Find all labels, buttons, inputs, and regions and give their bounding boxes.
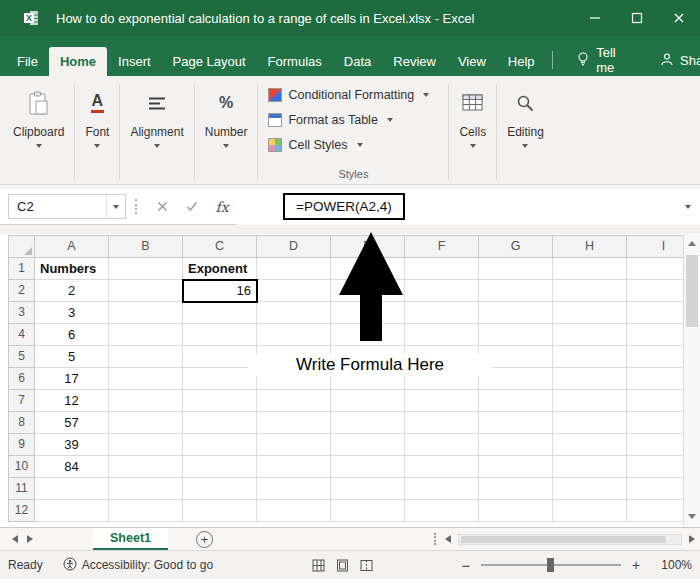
cell-B11[interactable] xyxy=(109,478,183,500)
page-break-view-icon[interactable] xyxy=(360,559,373,572)
cell-H8[interactable] xyxy=(553,412,627,434)
tab-help[interactable]: Help xyxy=(497,47,546,76)
maximize-button[interactable] xyxy=(616,0,658,36)
name-box[interactable]: C2 xyxy=(8,194,126,219)
cell-F8[interactable] xyxy=(405,412,479,434)
cell-A9[interactable]: 39 xyxy=(35,434,109,456)
row-header-9[interactable]: 9 xyxy=(9,434,35,456)
cell-C12[interactable] xyxy=(183,500,257,522)
cell-B6[interactable] xyxy=(109,368,183,390)
cell-E4[interactable] xyxy=(331,324,405,346)
cell-A1[interactable]: Numbers xyxy=(35,258,109,280)
row-header-8[interactable]: 8 xyxy=(9,412,35,434)
cell-C6[interactable] xyxy=(183,368,257,390)
font-group-button[interactable]: A Font xyxy=(76,80,118,184)
close-button[interactable] xyxy=(658,0,700,36)
cell-F11[interactable] xyxy=(405,478,479,500)
cell-F2[interactable] xyxy=(405,280,479,302)
cell-A3[interactable]: 3 xyxy=(35,302,109,324)
cell-G4[interactable] xyxy=(479,324,553,346)
tell-me-button[interactable]: Tell me xyxy=(568,45,624,75)
cell-C3[interactable] xyxy=(183,302,257,324)
tab-view[interactable]: View xyxy=(447,47,497,76)
cell-E7[interactable] xyxy=(331,390,405,412)
cell-D11[interactable] xyxy=(257,478,331,500)
scroll-left-icon[interactable] xyxy=(445,535,451,543)
cell-A10[interactable]: 84 xyxy=(35,456,109,478)
cell-A11[interactable] xyxy=(35,478,109,500)
tab-page-layout[interactable]: Page Layout xyxy=(162,47,257,76)
tab-home[interactable]: Home xyxy=(49,47,107,76)
sheet-nav-right-icon[interactable] xyxy=(27,535,33,543)
cell-A5[interactable]: 5 xyxy=(35,346,109,368)
cell-D9[interactable] xyxy=(257,434,331,456)
styles-item-format-as-table[interactable]: Format as Table xyxy=(263,107,443,132)
row-header-4[interactable]: 4 xyxy=(9,324,35,346)
col-header-B[interactable]: B xyxy=(109,236,183,258)
sheet-nav-left-icon[interactable] xyxy=(12,535,18,543)
cell-D8[interactable] xyxy=(257,412,331,434)
cell-D2[interactable] xyxy=(257,280,331,302)
enter-icon[interactable] xyxy=(177,199,207,215)
cell-A6[interactable]: 17 xyxy=(35,368,109,390)
cell-F10[interactable] xyxy=(405,456,479,478)
cell-C9[interactable] xyxy=(183,434,257,456)
formula-bar-expand-icon[interactable] xyxy=(685,205,691,209)
row-header-11[interactable]: 11 xyxy=(9,478,35,500)
cell-C5[interactable] xyxy=(183,346,257,368)
accessibility-status[interactable]: Accessibility: Good to go xyxy=(63,557,213,574)
vertical-scroll-thumb[interactable] xyxy=(686,255,698,327)
normal-view-icon[interactable] xyxy=(312,559,325,572)
cell-A4[interactable]: 6 xyxy=(35,324,109,346)
formula-input[interactable]: =POWER(A2,4) xyxy=(237,189,700,225)
zoom-slider[interactable] xyxy=(481,564,621,566)
col-header-D[interactable]: D xyxy=(257,236,331,258)
tab-review[interactable]: Review xyxy=(382,47,447,76)
cell-E11[interactable] xyxy=(331,478,405,500)
zoom-slider-thumb[interactable] xyxy=(547,558,554,572)
sheet-tab-sheet1[interactable]: Sheet1 xyxy=(93,528,168,550)
minimize-button[interactable] xyxy=(574,0,616,36)
cell-C7[interactable] xyxy=(183,390,257,412)
col-header-H[interactable]: H xyxy=(553,236,627,258)
cell-E3[interactable] xyxy=(331,302,405,324)
row-header-7[interactable]: 7 xyxy=(9,390,35,412)
cell-D12[interactable] xyxy=(257,500,331,522)
zoom-out-button[interactable]: − xyxy=(459,557,473,574)
tab-formulas[interactable]: Formulas xyxy=(257,47,333,76)
col-header-A[interactable]: A xyxy=(35,236,109,258)
cell-B2[interactable] xyxy=(109,280,183,302)
number-group-button[interactable]: % Number xyxy=(196,80,257,184)
cell-G3[interactable] xyxy=(479,302,553,324)
cell-H1[interactable] xyxy=(553,258,627,280)
cell-F1[interactable] xyxy=(405,258,479,280)
cell-F9[interactable] xyxy=(405,434,479,456)
cell-H11[interactable] xyxy=(553,478,627,500)
editing-group-button[interactable]: Editing xyxy=(498,80,553,184)
cell-D3[interactable] xyxy=(257,302,331,324)
cell-D7[interactable] xyxy=(257,390,331,412)
cell-E10[interactable] xyxy=(331,456,405,478)
row-header-1[interactable]: 1 xyxy=(9,258,35,280)
tab-file[interactable]: File xyxy=(6,47,49,76)
cell-A12[interactable] xyxy=(35,500,109,522)
cell-H4[interactable] xyxy=(553,324,627,346)
cell-H10[interactable] xyxy=(553,456,627,478)
scroll-down-icon[interactable] xyxy=(688,514,696,519)
cell-F7[interactable] xyxy=(405,390,479,412)
zoom-in-button[interactable]: + xyxy=(629,557,643,573)
row-header-3[interactable]: 3 xyxy=(9,302,35,324)
cell-C8[interactable] xyxy=(183,412,257,434)
row-header-10[interactable]: 10 xyxy=(9,456,35,478)
add-sheet-button[interactable]: + xyxy=(196,531,213,548)
row-header-6[interactable]: 6 xyxy=(9,368,35,390)
styles-item-cell-styles[interactable]: Cell Styles xyxy=(263,132,443,157)
cell-B5[interactable] xyxy=(109,346,183,368)
cell-B10[interactable] xyxy=(109,456,183,478)
alignment-group-button[interactable]: Alignment xyxy=(121,80,192,184)
horizontal-scroll-thumb[interactable] xyxy=(461,536,666,543)
col-header-G[interactable]: G xyxy=(479,236,553,258)
col-header-E[interactable]: E xyxy=(331,236,405,258)
cell-D4[interactable] xyxy=(257,324,331,346)
vertical-scrollbar[interactable] xyxy=(683,235,700,525)
